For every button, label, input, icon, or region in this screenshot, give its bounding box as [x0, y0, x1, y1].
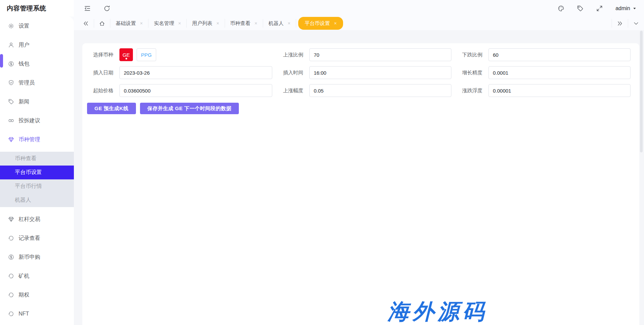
field-label: 增长精度	[451, 70, 488, 76]
sidebar-item-3[interactable]: 钱包	[0, 57, 74, 71]
pregenerate-kline-button[interactable]: GE 预生成K线	[87, 103, 136, 114]
sidebar-subitem-label: 平台币设置	[15, 169, 42, 176]
sidebar-subitem-2[interactable]: 平台币设置	[0, 166, 74, 179]
form-field-4: 插入时间	[272, 66, 451, 79]
sidebar-scrollbar-thumb[interactable]	[0, 54, 3, 68]
user-menu[interactable]: admin	[615, 5, 637, 11]
tab-2[interactable]: 实名管理×	[148, 19, 187, 28]
sidebar-item-13[interactable]: NFT	[0, 307, 74, 321]
menu-fold-icon	[84, 5, 91, 12]
sidebar-item-2[interactable]: 用户	[0, 38, 74, 52]
coin-option-ppg[interactable]: PPG	[137, 48, 156, 61]
gem-icon	[8, 216, 14, 222]
refresh-button[interactable]	[104, 5, 110, 12]
field-input-2[interactable]	[488, 48, 631, 61]
form-field-5: 增长精度	[451, 66, 631, 79]
tag-button[interactable]	[577, 5, 584, 12]
field-label: 下跌比例	[451, 52, 488, 58]
tabs-overflow-button[interactable]	[612, 19, 628, 28]
palette-button[interactable]	[558, 5, 564, 12]
tab-label: 币种查看	[230, 20, 251, 27]
tab-3[interactable]: 用户列表×	[187, 19, 225, 28]
form-field-3: 插入日期	[82, 66, 272, 79]
history-icon	[8, 273, 14, 279]
sidebar-item-7[interactable]: 币种管理	[0, 133, 74, 146]
content-area: 选择币种GEPPG上涨比例下跌比例插入日期插入时间增长精度起始价格上涨幅度涨跌浮…	[74, 30, 644, 325]
body-split: 设置用户钱包管理员新闻投拆建议币种管理币种查看平台币设置平台币行情机器人杠杆交易…	[0, 17, 644, 325]
fullscreen-button[interactable]	[596, 5, 603, 12]
sidebar-item-8[interactable]: 杠杆交易	[0, 212, 74, 226]
sidebar: 设置用户钱包管理员新闻投拆建议币种管理币种查看平台币设置平台币行情机器人杠杆交易…	[0, 17, 74, 325]
tab-close-icon[interactable]: ×	[178, 21, 181, 26]
form-grid: 选择币种GEPPG上涨比例下跌比例插入日期插入时间增长精度起始价格上涨幅度涨跌浮…	[82, 48, 631, 97]
home-tab-button[interactable]	[94, 19, 110, 28]
sidebar-item-label: NFT	[19, 311, 29, 317]
sidebar-subitem-label: 平台币行情	[15, 183, 42, 190]
history-icon	[8, 292, 14, 298]
sidebar-item-5[interactable]: 新闻	[0, 95, 74, 108]
sidebar-item-label: 记录查看	[19, 235, 40, 242]
field-label: 起始价格	[82, 88, 119, 94]
header-left-icons	[84, 5, 110, 12]
coin-option-label: GE	[122, 52, 130, 58]
caret-holder	[633, 6, 637, 10]
sidebar-item-1[interactable]: 设置	[0, 19, 74, 33]
page-scrollbar-thumb[interactable]	[640, 31, 643, 152]
caret-down-icon	[633, 6, 637, 10]
sidebar-item-label: 新闻	[19, 98, 29, 105]
tab-6[interactable]: 平台币设置×	[298, 17, 343, 30]
tabs-collapse-button[interactable]	[78, 19, 94, 28]
field-input-4[interactable]	[309, 66, 451, 79]
sidebar-item-6[interactable]: 投拆建议	[0, 114, 74, 127]
sidebar-menu: 设置用户钱包管理员新闻投拆建议币种管理币种查看平台币设置平台币行情机器人杠杆交易…	[0, 17, 74, 321]
field-input-3[interactable]	[119, 66, 272, 79]
tab-close-icon[interactable]: ×	[334, 21, 337, 26]
tab-label: 用户列表	[192, 20, 212, 27]
sidebar-item-4[interactable]: 管理员	[0, 76, 74, 90]
tab-5[interactable]: 机器人×	[263, 19, 296, 28]
sidebar-item-label: 钱包	[19, 60, 29, 68]
coin-option-label: PPG	[141, 52, 152, 58]
home-icon	[99, 21, 105, 26]
expand-right-icon	[617, 21, 623, 26]
field-input-8[interactable]	[488, 84, 631, 97]
sidebar-subitem-1[interactable]: 币种查看	[0, 152, 74, 166]
coin-options: GEPPG	[119, 48, 272, 61]
sidebar-item-label: 投拆建议	[19, 117, 40, 124]
header-right-icons	[558, 5, 603, 12]
form-field-1: 上涨比例	[272, 48, 451, 61]
sidebar-item-10[interactable]: 新币申购	[0, 250, 74, 264]
menu-fold-button[interactable]	[84, 5, 91, 12]
top-header: 内容管理系统 admin	[0, 0, 644, 17]
field-input-6[interactable]	[119, 84, 272, 97]
sidebar-subitem-4[interactable]: 机器人	[0, 193, 74, 207]
sidebar-item-12[interactable]: 期权	[0, 288, 74, 302]
tabs-dropdown-button[interactable]	[628, 19, 644, 28]
sidebar-item-label: 期权	[19, 292, 29, 299]
tab-4[interactable]: 币种查看×	[225, 19, 263, 28]
tab-close-icon[interactable]: ×	[255, 21, 257, 26]
save-generate-next-button[interactable]: 保存并生成 GE 下一个时间段的数据	[140, 103, 239, 114]
tab-1[interactable]: 基础设置×	[110, 19, 148, 28]
sidebar-item-9[interactable]: 记录查看	[0, 231, 74, 245]
chevron-down-icon	[633, 21, 639, 26]
tab-close-icon[interactable]: ×	[216, 21, 219, 26]
shield-icon	[8, 80, 14, 86]
form-field-6: 起始价格	[82, 84, 272, 97]
coin-option-ge[interactable]: GE	[119, 48, 133, 61]
tab-close-icon[interactable]: ×	[288, 21, 290, 26]
field-label: 上涨幅度	[272, 88, 309, 94]
app-title: 内容管理系统	[7, 4, 46, 13]
field-input-5[interactable]	[488, 66, 631, 79]
sidebar-item-11[interactable]: 矿机	[0, 269, 74, 283]
coin-select-field: 选择币种GEPPG	[82, 48, 272, 61]
tab-close-icon[interactable]: ×	[140, 21, 143, 26]
sidebar-subitem-3[interactable]: 平台币行情	[0, 179, 74, 193]
field-input-1[interactable]	[309, 48, 451, 61]
tab-label: 实名管理	[154, 20, 174, 27]
form-field-7: 上涨幅度	[272, 84, 451, 97]
sidebar-subitem-label: 币种查看	[15, 155, 36, 162]
history-icon	[8, 311, 14, 317]
field-input-7[interactable]	[309, 84, 451, 97]
app-root: 内容管理系统 admin 设置用户钱包管理员新闻投拆建议币种管理币种查看平台币设…	[0, 0, 644, 325]
